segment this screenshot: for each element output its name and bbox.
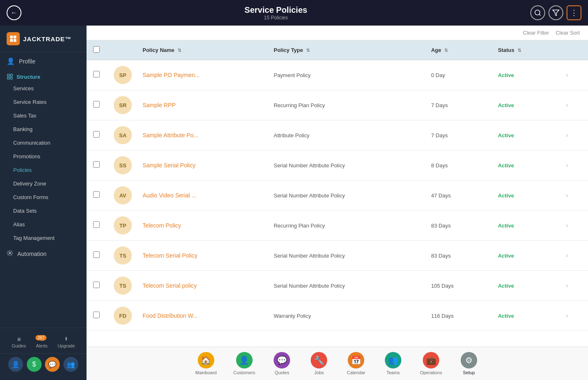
- policy-type-sort-icon[interactable]: ⇅: [306, 48, 310, 53]
- row-avatar-cell: TS: [107, 241, 136, 271]
- status-sort-icon[interactable]: ⇅: [518, 48, 521, 53]
- row-policy-type-cell: Serial Number Attribute Policy: [267, 181, 424, 211]
- row-checkbox-2[interactable]: [93, 131, 100, 138]
- svg-point-0: [535, 10, 540, 15]
- policies-table-container[interactable]: Policy Name ⇅ Policy Type ⇅ Age ⇅ Stat: [87, 40, 588, 347]
- row-checkbox-3[interactable]: [93, 161, 100, 168]
- row-checkbox-6[interactable]: [93, 251, 100, 258]
- row-checkbox-1[interactable]: [93, 101, 100, 108]
- row-checkbox-0[interactable]: [93, 71, 100, 77]
- row-policy-type-cell: Recurring Plan Policy: [267, 90, 424, 120]
- col-age[interactable]: Age ⇅: [424, 40, 491, 60]
- row-chevron-cell[interactable]: ›: [559, 271, 588, 301]
- sidebar-item-communication[interactable]: Communication: [0, 136, 87, 150]
- row-avatar: TP: [114, 216, 132, 235]
- nav-tab-jobs[interactable]: 🔧 Jobs: [300, 350, 337, 377]
- row-avatar: TS: [114, 246, 132, 265]
- sidebar-item-data-sets[interactable]: Data Sets: [0, 204, 87, 218]
- search-button[interactable]: [530, 5, 545, 20]
- sidebar-item-tag-management[interactable]: Tag Management: [0, 231, 87, 245]
- table-row[interactable]: FD Food Distribution W... Warranty Polic…: [87, 301, 588, 331]
- sidebar-item-banking[interactable]: Banking: [0, 122, 87, 136]
- nav-tab-mainboard[interactable]: 🏠 Mainboard: [187, 350, 225, 377]
- row-checkbox-5[interactable]: [93, 221, 100, 228]
- row-chevron-cell[interactable]: ›: [559, 90, 588, 120]
- dollar-icon-button[interactable]: $: [27, 357, 42, 372]
- people-icon-button[interactable]: 👥: [63, 357, 78, 372]
- nav-tab-operations[interactable]: 💼 Operations: [412, 350, 450, 377]
- guides-button[interactable]: 🖥 Guides: [12, 337, 26, 348]
- table-row[interactable]: SS Sample Serial Policy Serial Number At…: [87, 150, 588, 181]
- select-all-checkbox[interactable]: [93, 46, 100, 53]
- row-checkbox-7[interactable]: [93, 281, 100, 288]
- row-chevron-cell[interactable]: ›: [559, 60, 588, 90]
- policy-name-link[interactable]: Telecom Policy: [143, 222, 181, 229]
- row-avatar-cell: SP: [107, 60, 136, 90]
- back-button[interactable]: ←: [7, 5, 21, 20]
- age-sort-icon[interactable]: ⇅: [444, 48, 448, 53]
- row-checkbox-4[interactable]: [93, 191, 100, 198]
- table-row[interactable]: TS Telecom Serial policy Serial Number A…: [87, 271, 588, 301]
- sidebar-item-automation[interactable]: Automation: [0, 245, 87, 263]
- alerts-button[interactable]: 🖥 267 Alerts: [36, 337, 47, 348]
- col-policy-name[interactable]: Policy Name ⇅: [136, 40, 267, 60]
- sidebar-item-promotions[interactable]: Promotions: [0, 150, 87, 163]
- policy-name-sort-icon[interactable]: ⇅: [178, 48, 181, 53]
- row-chevron-cell[interactable]: ›: [559, 301, 588, 331]
- chat-icon-button[interactable]: 💬: [45, 357, 60, 372]
- table-row[interactable]: TS Telecom Serial Policy Serial Number A…: [87, 241, 588, 271]
- clear-sort-button[interactable]: Clear Sort: [555, 30, 580, 36]
- sidebar-item-delivery-zone[interactable]: Delivery Zone: [0, 177, 87, 190]
- sidebar-item-policies[interactable]: Policies: [0, 163, 87, 177]
- mainboard-icon: 🏠: [198, 352, 214, 368]
- row-avatar-cell: SR: [107, 90, 136, 120]
- row-chevron-cell[interactable]: ›: [559, 120, 588, 150]
- col-status[interactable]: Status ⇅: [491, 40, 559, 60]
- policy-name-link[interactable]: Sample Serial Policy: [143, 162, 195, 169]
- sidebar-item-alias[interactable]: Alias: [0, 218, 87, 231]
- row-policy-name-cell: Telecom Policy: [136, 211, 267, 241]
- row-policy-name-cell: Audio Video Serial ...: [136, 181, 267, 211]
- policy-name-link[interactable]: Sample PO Paymen...: [143, 72, 200, 78]
- row-checkbox-cell: [87, 271, 107, 301]
- row-checkbox-cell: [87, 181, 107, 211]
- row-checkbox-cell: [87, 120, 107, 150]
- svg-rect-3: [10, 36, 13, 39]
- row-avatar-cell: SS: [107, 150, 136, 181]
- sidebar-item-custom-forms[interactable]: Custom Forms: [0, 190, 87, 204]
- nav-tab-customers[interactable]: 👤 Customers: [225, 350, 263, 377]
- policy-name-link[interactable]: Sample Attribute Po...: [143, 132, 198, 138]
- policy-name-link[interactable]: Telecom Serial Policy: [143, 252, 197, 259]
- row-chevron-cell[interactable]: ›: [559, 211, 588, 241]
- col-policy-type[interactable]: Policy Type ⇅: [267, 40, 424, 60]
- clear-filter-button[interactable]: Clear Filter: [523, 30, 549, 36]
- table-row[interactable]: SR Sample RPP Recurring Plan Policy 7 Da…: [87, 90, 588, 120]
- upgrade-button[interactable]: ⬆ Upgrade: [58, 336, 75, 348]
- nav-tab-teams[interactable]: 👥 Teams: [375, 350, 412, 377]
- policy-name-link[interactable]: Telecom Serial policy: [143, 282, 197, 289]
- table-row[interactable]: SA Sample Attribute Po... Attribute Poli…: [87, 120, 588, 150]
- more-options-button[interactable]: ⋮: [567, 5, 581, 20]
- table-row[interactable]: SP Sample PO Paymen... Payment Policy 0 …: [87, 60, 588, 90]
- sidebar-item-sales-tax[interactable]: Sales Tax: [0, 109, 87, 122]
- table-row[interactable]: TP Telecom Policy Recurring Plan Policy …: [87, 211, 588, 241]
- policy-name-link[interactable]: Audio Video Serial ...: [143, 192, 197, 199]
- row-checkbox-cell: [87, 211, 107, 241]
- policy-name-link[interactable]: Food Distribution W...: [143, 312, 198, 319]
- row-chevron-cell[interactable]: ›: [559, 181, 588, 211]
- sidebar-section-structure: Structure: [0, 70, 87, 82]
- filter-button[interactable]: [548, 5, 563, 20]
- nav-tab-calendar[interactable]: 📅 Calendar: [337, 350, 375, 377]
- row-chevron-cell[interactable]: ›: [559, 241, 588, 271]
- row-policy-name-cell: Telecom Serial policy: [136, 271, 267, 301]
- table-row[interactable]: AV Audio Video Serial ... Serial Number …: [87, 181, 588, 211]
- user-icon-button[interactable]: 👤: [8, 357, 23, 372]
- sidebar-item-service-rates[interactable]: Service Rates: [0, 95, 87, 109]
- nav-tab-quotes[interactable]: 💬 Quotes: [263, 350, 300, 377]
- row-chevron-cell[interactable]: ›: [559, 150, 588, 181]
- sidebar-item-profile[interactable]: 👤 Profile: [0, 52, 87, 70]
- sidebar-item-services[interactable]: Services: [0, 82, 87, 95]
- policy-name-link[interactable]: Sample RPP: [143, 102, 176, 108]
- row-checkbox-8[interactable]: [93, 312, 100, 318]
- nav-tab-setup[interactable]: ⚙ Setup: [450, 350, 487, 377]
